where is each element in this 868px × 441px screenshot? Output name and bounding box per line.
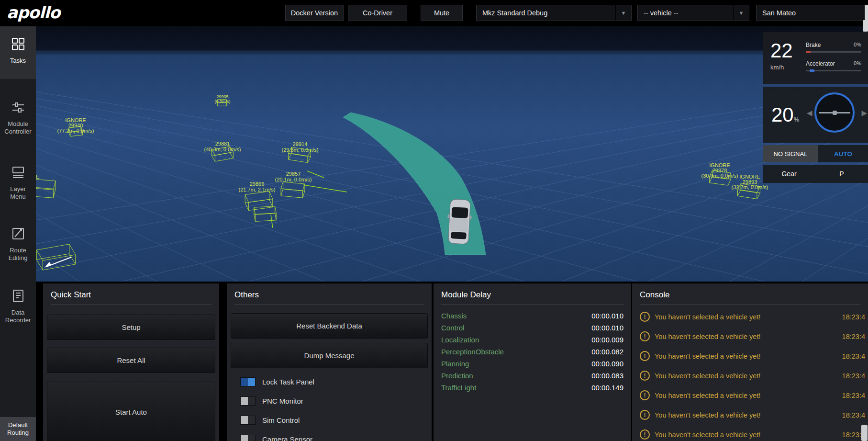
sim-control-toggle[interactable]	[240, 416, 256, 425]
data-recorder-icon	[11, 289, 25, 303]
sidebar-item-label: Tasks	[10, 57, 26, 65]
sidebar-item-default-routing[interactable]: Default Routing	[0, 417, 36, 441]
gear-value: P	[815, 170, 868, 178]
sidebar-item-data-recorder[interactable]: Data Recorder	[0, 280, 36, 334]
scene-canvas: IGNORE29940(77.2m, 0.0m/s) 29881(40.3m, …	[36, 26, 868, 282]
steer-right-icon: ▶	[861, 109, 867, 117]
panel-title: Module Delay	[441, 290, 623, 305]
module-delay-row: Planning 00:00.090	[441, 358, 623, 370]
console-scrollbar-thumb[interactable]	[861, 425, 868, 441]
sidebar-item-tasks[interactable]: Tasks	[0, 26, 36, 79]
console-timestamp: 18:23:4	[838, 372, 865, 380]
module-delay-value: 00:00.082	[591, 348, 623, 356]
svg-text:(20.1m, 0.0m/s): (20.1m, 0.0m/s)	[275, 177, 312, 182]
docker-version-button[interactable]: Docker Version	[285, 5, 344, 21]
sidebar-item-layer-menu[interactable]: Layer Menu	[0, 157, 36, 210]
obstacle-label: 29905(0.0m/s)	[214, 94, 230, 104]
module-delay-value: 00:00.149	[591, 384, 623, 392]
warning-icon: !	[640, 331, 650, 341]
sidebar-item-label: Module Controller	[1, 120, 35, 136]
svg-text:(0.0m/s): (0.0m/s)	[214, 99, 230, 104]
quick-start-panel: Quick Start Setup Reset All Start Auto	[43, 283, 219, 441]
layer-menu-icon	[11, 165, 25, 180]
map-select[interactable]: San Mateo ▼	[756, 5, 868, 21]
scene-3d-view[interactable]: IGNORE29940(77.2m, 0.0m/s) 29881(40.3m, …	[36, 26, 868, 282]
sidebar-item-module-controller[interactable]: Module Controller	[0, 91, 36, 145]
setup-button[interactable]: Setup	[47, 315, 215, 340]
module-delay-list: Chassis 00:00.010 Control 00:00.010 Loca…	[434, 310, 631, 394]
toggle-row: Camera Sensor	[240, 433, 432, 441]
svg-text:29881: 29881	[215, 141, 230, 147]
warning-icon: !	[640, 371, 650, 381]
gear-row: Gear P	[763, 165, 868, 183]
sidebar-item-label: Data Recorder	[3, 309, 33, 324]
dump-message-button[interactable]: Dump Message	[231, 343, 428, 368]
vehicle-select[interactable]: -- vehicle -- ▼	[637, 5, 749, 21]
obstacle-label: IGNORE	[36, 174, 39, 180]
toggle-label: Camera Sensor	[262, 435, 312, 441]
toggle-knob	[248, 378, 255, 386]
toggle-row: Sim Control	[240, 414, 432, 426]
svg-text:(29.8m, 0.0m/s): (29.8m, 0.0m/s)	[281, 147, 318, 153]
console-message: You haven't selected a vehicle yet!	[655, 392, 761, 399]
panel-title: Quick Start	[51, 290, 211, 305]
steering-unit: %	[794, 116, 800, 123]
pnc-monitor-toggle[interactable]	[240, 396, 256, 406]
brake-label: Brake	[806, 42, 821, 48]
module-delay-row: TrafficLight 00:00.149	[441, 382, 623, 394]
scrollbar-thumb[interactable]	[863, 20, 868, 32]
warning-icon: !	[640, 430, 650, 440]
reset-all-button[interactable]: Reset All	[47, 348, 215, 373]
module-delay-row: PerceptionObstacle 00:00.082	[441, 346, 623, 358]
reset-backend-data-button[interactable]: Reset Backend Data	[231, 313, 428, 339]
svg-text:29914: 29914	[293, 141, 308, 147]
speed-unit: km/h	[770, 64, 804, 71]
sidebar: Tasks Module Controller Layer Menu Route…	[0, 26, 36, 441]
console-message: You haven't selected a vehicle yet!	[655, 333, 761, 340]
mode-select[interactable]: Mkz Standard Debug ▼	[476, 5, 632, 21]
console-message: You haven't selected a vehicle yet!	[655, 352, 761, 360]
console-message: You haven't selected a vehicle yet!	[655, 431, 761, 439]
toggle-knob	[241, 397, 248, 405]
others-panel: Others Reset Backend Data Dump Message L…	[227, 283, 432, 441]
lock-task-panel-toggle[interactable]	[240, 377, 256, 386]
console-message: You haven't selected a vehicle yet!	[655, 372, 761, 380]
start-auto-button[interactable]: Start Auto	[47, 382, 215, 441]
toggle-label: Sim Control	[262, 416, 300, 424]
co-driver-button[interactable]: Co-Driver	[348, 5, 407, 21]
svg-text:29866: 29866	[250, 181, 265, 187]
module-delay-row: Chassis 00:00.010	[441, 310, 623, 322]
mute-button[interactable]: Mute	[421, 5, 463, 21]
tasks-icon	[11, 37, 25, 51]
steer-left-icon: ◀	[807, 109, 812, 117]
warning-icon: !	[640, 390, 650, 400]
console-entry: ! You haven't selected a vehicle yet! 18…	[632, 307, 868, 327]
console-entry: ! You haven't selected a vehicle yet! 18…	[632, 366, 868, 385]
panel-title: Console	[640, 290, 860, 305]
accelerator-label: Accelerator	[806, 60, 835, 67]
steering-wheel-icon	[814, 92, 855, 133]
warning-icon: !	[640, 410, 650, 420]
panel-title: Others	[234, 290, 424, 305]
map-select-value: San Mateo	[757, 5, 864, 21]
console-panel: Console ! You haven't selected a vehicle…	[632, 283, 868, 441]
gear-label: Gear	[763, 170, 815, 178]
camera-sensor-toggle[interactable]	[240, 435, 256, 441]
module-name: Control	[441, 324, 464, 332]
svg-text:(77.2m, 0.0m/s): (77.2m, 0.0m/s)	[57, 128, 94, 134]
console-entry: ! You haven't selected a vehicle yet! 18…	[632, 405, 868, 425]
module-controller-icon	[11, 100, 25, 114]
module-delay-row: Control 00:00.010	[441, 322, 623, 334]
svg-text:29905: 29905	[216, 94, 228, 99]
chevron-down-icon: ▼	[615, 5, 631, 21]
svg-text:(30.9m, 0.0m/s): (30.9m, 0.0m/s)	[701, 173, 738, 179]
mode-select-value: Mkz Standard Debug	[477, 5, 615, 21]
console-timestamp: 18:23:4	[838, 313, 865, 321]
steering-panel: 20% ◀ ▶	[763, 87, 868, 143]
chevron-down-icon: ▼	[733, 5, 749, 21]
sidebar-item-route-editing[interactable]: Route Editing	[0, 218, 36, 271]
vehicle-select-value: -- vehicle --	[638, 5, 733, 21]
toggle-row: Lock Task Panel	[240, 376, 432, 387]
signal-status: NO SIGNAL	[763, 145, 818, 162]
console-message: You haven't selected a vehicle yet!	[655, 411, 761, 419]
